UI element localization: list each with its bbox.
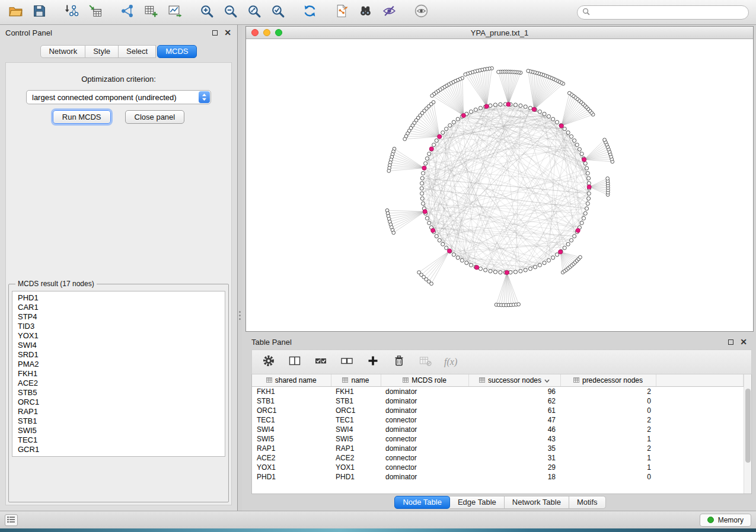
- mcds-result-item[interactable]: ORC1: [12, 398, 225, 407]
- hide-details-button[interactable]: [381, 4, 397, 21]
- criterion-select[interactable]: largest connected component (undirected): [26, 90, 211, 104]
- import-table-button[interactable]: [87, 4, 103, 21]
- table-scrollbar[interactable]: [744, 374, 751, 493]
- table-settings-button[interactable]: [261, 355, 276, 369]
- network-graph[interactable]: [246, 39, 753, 331]
- mcds-result-item[interactable]: PHD1: [12, 293, 225, 303]
- mcds-panel: Optimization criterion: largest connecte…: [5, 62, 232, 505]
- search-icon: [582, 7, 590, 18]
- zoom-out-button[interactable]: [222, 4, 238, 21]
- column-header-successor-nodes[interactable]: successor nodes: [468, 374, 560, 386]
- new-table-button[interactable]: [142, 4, 159, 21]
- mcds-result-item[interactable]: GCR1: [12, 445, 225, 454]
- network-canvas: [246, 39, 753, 331]
- mcds-result-item[interactable]: STB5: [12, 388, 225, 398]
- zoom-selected-button[interactable]: [269, 4, 286, 21]
- mcds-result-item[interactable]: PMA2: [12, 360, 225, 369]
- window-minimize-button[interactable]: [263, 29, 270, 36]
- mcds-result-item[interactable]: YOX1: [12, 331, 225, 341]
- column-header-shared-name[interactable]: shared name: [252, 374, 331, 386]
- column-grid-icon: [573, 376, 579, 384]
- mcds-result-item[interactable]: RAP1: [12, 407, 225, 416]
- table-tab-node-table[interactable]: Node Table: [394, 496, 450, 509]
- checkboxes-checked-icon: [314, 354, 327, 370]
- export-document-button[interactable]: [333, 4, 350, 21]
- search-network-button[interactable]: [357, 4, 374, 21]
- mcds-result-item[interactable]: SRD1: [12, 350, 225, 360]
- function-builder-button[interactable]: f(x): [444, 357, 457, 367]
- network-area: YPA_prune.txt_1 Table Panel ✕: [242, 25, 756, 511]
- table-scrollbar-thumb[interactable]: [745, 389, 751, 463]
- mcds-result-item[interactable]: FKH1: [12, 369, 225, 379]
- column-label: predecessor nodes: [582, 376, 643, 384]
- table-row[interactable]: ORC1ORC1dominator610: [252, 406, 744, 415]
- delete-column-button[interactable]: [392, 355, 406, 369]
- memory-button[interactable]: Memory: [700, 514, 751, 527]
- table-row[interactable]: YOX1YOX1connector291: [252, 463, 744, 472]
- mcds-result-item[interactable]: STB1: [12, 416, 225, 426]
- control-panel-title: Control Panel: [5, 28, 52, 37]
- window-zoom-button[interactable]: [275, 29, 282, 36]
- search-input[interactable]: [593, 8, 744, 17]
- table-tab-motifs[interactable]: Motifs: [569, 496, 606, 509]
- zoom-fit-button[interactable]: [245, 4, 262, 21]
- mcds-result-item[interactable]: SWI4: [12, 341, 225, 350]
- float-panel-button[interactable]: [210, 28, 219, 37]
- chart-export-icon: [167, 4, 182, 21]
- export-image-button[interactable]: [166, 4, 183, 21]
- node-table-header-row: shared namenameMCDS rolesuccessor nodesp…: [252, 374, 744, 386]
- tab-mcds[interactable]: MCDS: [157, 45, 196, 58]
- control-panel-header: Control Panel ✕: [0, 25, 237, 40]
- table-row[interactable]: RAP1RAP1dominator352: [252, 444, 744, 453]
- show-graphics-details-button[interactable]: [413, 4, 429, 21]
- table-row[interactable]: SWI5SWI5connector431: [252, 434, 744, 444]
- mcds-result-item[interactable]: SWI5: [12, 426, 225, 435]
- column-label: name: [351, 376, 369, 384]
- mcds-result-item[interactable]: TID3: [12, 322, 225, 331]
- table-tab-network-table[interactable]: Network Table: [505, 496, 569, 509]
- column-header-name[interactable]: name: [331, 374, 381, 386]
- show-columns-button[interactable]: [288, 355, 302, 369]
- mcds-result-item[interactable]: CAR1: [12, 303, 225, 312]
- desktop-wallpaper-strip: [0, 528, 756, 532]
- float-table-panel-button[interactable]: [726, 338, 735, 346]
- table-row[interactable]: SWI4SWI4dominator462: [252, 425, 744, 434]
- table-row[interactable]: PHD1PHD1dominator180: [252, 472, 744, 482]
- save-session-button[interactable]: [31, 4, 47, 21]
- import-network-icon: [64, 4, 79, 21]
- window-close-button[interactable]: [251, 29, 259, 36]
- folder-open-icon: [8, 4, 23, 21]
- run-mcds-button[interactable]: Run MCDS: [53, 110, 111, 124]
- close-panel-button[interactable]: ✕: [224, 28, 232, 37]
- floppy-disk-icon: [32, 4, 47, 21]
- zoom-out-icon: [223, 4, 238, 21]
- table-row[interactable]: FKH1FKH1dominator962: [252, 386, 744, 396]
- new-network-button[interactable]: [119, 4, 135, 21]
- tab-style[interactable]: Style: [85, 45, 119, 58]
- zoom-in-button[interactable]: [198, 4, 215, 21]
- import-network-button[interactable]: [63, 4, 79, 21]
- status-menu-button[interactable]: [5, 514, 18, 526]
- deselect-all-button[interactable]: [340, 355, 354, 369]
- column-label: shared name: [275, 376, 317, 384]
- close-mcds-panel-button[interactable]: Close panel: [125, 110, 185, 124]
- mcds-result-item[interactable]: STP4: [12, 312, 225, 322]
- column-header-mcds-role[interactable]: MCDS role: [381, 374, 468, 386]
- table-row[interactable]: TEC1TEC1connector472: [252, 415, 744, 425]
- add-column-button[interactable]: [366, 355, 380, 369]
- select-all-button[interactable]: [314, 355, 328, 369]
- refresh-layout-button[interactable]: [301, 4, 318, 21]
- panel-splitter[interactable]: [238, 25, 242, 511]
- tab-network[interactable]: Network: [40, 45, 85, 58]
- table-tab-edge-table[interactable]: Edge Table: [450, 496, 505, 509]
- column-header-predecessor-nodes[interactable]: predecessor nodes: [560, 374, 656, 386]
- open-session-button[interactable]: [7, 4, 24, 21]
- close-table-panel-button[interactable]: ✕: [739, 338, 748, 346]
- table-row[interactable]: ACE2ACE2connector311: [252, 453, 744, 463]
- splitter-handle-icon: [239, 311, 241, 320]
- mcds-result-item[interactable]: ACE2: [12, 379, 225, 388]
- mcds-result-item[interactable]: TEC1: [12, 435, 225, 445]
- delete-table-button-disabled: [418, 355, 432, 369]
- tab-select[interactable]: Select: [119, 45, 156, 58]
- table-row[interactable]: STB1STB1dominator620: [252, 396, 744, 406]
